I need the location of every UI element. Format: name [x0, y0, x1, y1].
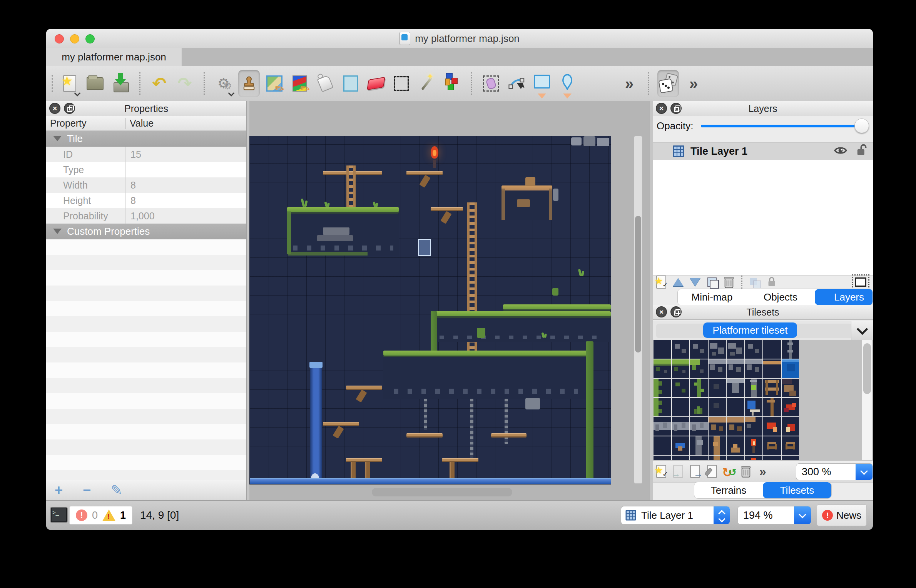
- tileset-zoom-dropdown[interactable]: [856, 464, 873, 480]
- wang-brush-button[interactable]: ✎: [289, 70, 311, 97]
- tileset-dock-tab-tilesets[interactable]: Tilesets: [763, 482, 831, 498]
- select-objects-button[interactable]: [480, 70, 502, 97]
- tileset-tile-r6c5[interactable]: [745, 456, 763, 460]
- tileset-tile-r1c1[interactable]: [672, 359, 690, 378]
- map-view[interactable]: [249, 101, 650, 500]
- tileset-tile-r1c4[interactable]: [727, 359, 744, 378]
- tileset-tile-r0c4[interactable]: [727, 340, 744, 359]
- tileset-tile-r4c1[interactable]: [672, 417, 690, 436]
- tileset-tile-r3c3[interactable]: [709, 398, 726, 416]
- property-row-type[interactable]: Type: [46, 162, 246, 177]
- edit-polygons-button[interactable]: [506, 70, 527, 97]
- embed-tileset-button[interactable]: →: [670, 464, 687, 478]
- property-row-probability[interactable]: Probability1,000: [46, 208, 246, 224]
- tileset-tile-r6c3[interactable]: [709, 456, 726, 460]
- raise-layer-button[interactable]: [670, 275, 687, 289]
- redo-button[interactable]: ↷: [174, 70, 196, 97]
- map-horizontal-scrollbar[interactable]: [372, 488, 512, 496]
- tileset-tile-r5c5[interactable]: [745, 436, 763, 455]
- opacity-slider[interactable]: [701, 125, 863, 127]
- console-toggle-button[interactable]: >_: [50, 507, 68, 523]
- toolbar-overflow-button[interactable]: »: [683, 70, 704, 97]
- tileset-tile-r6c0[interactable]: [654, 456, 671, 460]
- tileset-tile-r2c2[interactable]: [690, 379, 708, 397]
- property-group-tile[interactable]: Tile: [46, 131, 246, 147]
- tileset-tile-r2c0[interactable]: [654, 379, 671, 397]
- tileset-tile-r1c3[interactable]: [709, 359, 726, 378]
- opacity-slider-thumb[interactable]: [854, 119, 869, 133]
- current-layer-select[interactable]: Tile Layer 1: [621, 506, 730, 525]
- tileset-grid[interactable]: [654, 340, 799, 460]
- more-tools-button[interactable]: »: [618, 70, 640, 97]
- edit-tileset-button[interactable]: [704, 464, 720, 478]
- tileset-tile-r2c1[interactable]: [672, 379, 690, 397]
- dock-tab-layers[interactable]: Layers: [815, 289, 873, 305]
- tileset-tile-r5c0[interactable]: [654, 436, 671, 455]
- layer-row-tile-layer-1[interactable]: Tile Layer 1: [653, 142, 873, 160]
- duplicate-layer-button[interactable]: [704, 275, 720, 289]
- edit-property-button[interactable]: ✎: [111, 483, 122, 497]
- tileset-tile-r1c7[interactable]: [782, 359, 799, 378]
- new-map-button[interactable]: ★: [59, 70, 80, 97]
- tileset-tile-r0c5[interactable]: [745, 340, 763, 359]
- dock-tab-objects[interactable]: Objects: [746, 289, 815, 305]
- tileset-tile-r0c7[interactable]: [782, 340, 799, 359]
- property-row-id[interactable]: ID15: [46, 147, 246, 162]
- remove-property-button[interactable]: −: [83, 483, 91, 497]
- tileset-tile-r2c7[interactable]: [782, 379, 799, 397]
- tileset-tab-platformer[interactable]: Platformer tileset: [703, 322, 797, 338]
- tileset-zoom-combo[interactable]: 300 %: [796, 463, 873, 480]
- property-row-height[interactable]: Height8: [46, 193, 246, 208]
- tileset-tile-r3c5[interactable]: [745, 398, 763, 416]
- tileset-tile-r0c3[interactable]: [709, 340, 726, 359]
- tileset-tile-r6c6[interactable]: [763, 456, 781, 460]
- tileset-tile-r6c2[interactable]: [690, 456, 708, 460]
- map-vertical-scrollbar[interactable]: [634, 136, 642, 484]
- open-file-button[interactable]: [84, 70, 106, 97]
- select-same-tile-button[interactable]: [441, 70, 463, 97]
- tileset-tile-r2c6[interactable]: [763, 379, 781, 397]
- tileset-scroll-thumb[interactable]: [863, 343, 871, 394]
- tileset-tile-r0c6[interactable]: [763, 340, 781, 359]
- tileset-tile-r3c0[interactable]: [654, 398, 671, 416]
- reload-tileset-button[interactable]: ↻↺: [720, 464, 737, 478]
- tileset-tile-r5c3[interactable]: [709, 436, 726, 455]
- toolbar-drag-handle[interactable]: [52, 75, 53, 92]
- map-zoom-combo[interactable]: 194 %: [737, 506, 811, 525]
- tileset-tile-r1c2[interactable]: [690, 359, 708, 378]
- insert-rectangle-button[interactable]: [531, 70, 553, 97]
- new-layer-button[interactable]: ★✓: [653, 275, 670, 289]
- insert-point-button[interactable]: [557, 70, 578, 97]
- tileset-tile-r3c1[interactable]: [672, 398, 690, 416]
- magic-wand-button[interactable]: ✦: [416, 70, 438, 97]
- collapse-triangle-icon[interactable]: [53, 136, 62, 141]
- layer-visibility-icon[interactable]: [834, 145, 847, 157]
- remove-tileset-button[interactable]: [737, 464, 754, 478]
- tileset-tile-r5c1[interactable]: [672, 436, 690, 455]
- shape-fill-tool-button[interactable]: [340, 70, 361, 97]
- layer-unlocked-icon[interactable]: [856, 144, 868, 159]
- tileset-tile-r6c4[interactable]: [727, 456, 744, 460]
- stamp-brush-button[interactable]: [238, 70, 260, 97]
- tileset-tile-r5c4[interactable]: [727, 436, 744, 455]
- map-canvas[interactable]: [249, 136, 611, 484]
- tileset-tile-r3c2[interactable]: [690, 398, 708, 416]
- map-cursor[interactable]: [418, 239, 431, 256]
- property-group-custom-properties[interactable]: Custom Properties: [46, 224, 246, 239]
- titlebar[interactable]: my platformer map.json: [46, 29, 873, 48]
- add-property-button[interactable]: +: [55, 483, 63, 497]
- collapse-triangle-icon[interactable]: [53, 229, 62, 234]
- tileset-tile-r4c2[interactable]: [690, 417, 708, 436]
- tileset-tile-r2c4[interactable]: [727, 379, 744, 397]
- issues-counter[interactable]: ! 0 ! 1: [69, 506, 132, 525]
- tileset-tile-r4c7[interactable]: [782, 417, 799, 436]
- undo-button[interactable]: ↶: [149, 70, 170, 97]
- properties-column-header[interactable]: Property Value: [46, 116, 246, 131]
- tileset-tile-r2c3[interactable]: [709, 379, 726, 397]
- tileset-tile-r4c3[interactable]: [709, 417, 726, 436]
- tileset-scrollbar[interactable]: [862, 340, 872, 460]
- save-file-button[interactable]: [110, 70, 131, 97]
- terrain-brush-button[interactable]: ✎: [264, 70, 285, 97]
- highlight-current-layer-button[interactable]: [852, 275, 869, 289]
- tileset-tile-r6c7[interactable]: [782, 456, 799, 460]
